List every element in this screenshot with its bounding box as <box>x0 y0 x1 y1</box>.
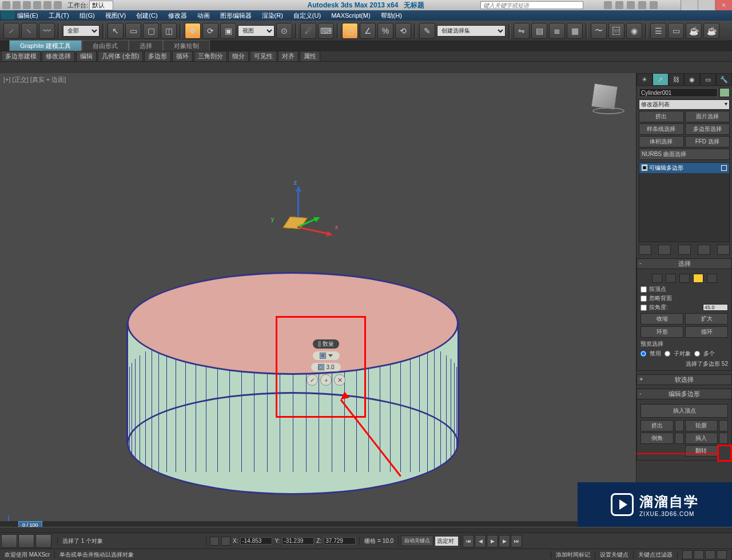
qat-redo-icon[interactable] <box>43 1 51 9</box>
tab-modify-icon[interactable]: ↗ <box>653 73 669 86</box>
move-gizmo-icon[interactable]: ✥ <box>185 23 201 39</box>
material-editor-icon[interactable]: ◉ <box>626 23 642 39</box>
angle-snap-icon[interactable]: ∠ <box>360 23 376 39</box>
nav-zoom-icon[interactable] <box>694 550 704 559</box>
curve-editor-icon[interactable]: 〜 <box>591 23 607 39</box>
layer-manager-icon[interactable]: ≣ <box>549 23 565 39</box>
modbtn-splinesel[interactable]: 样条线选择 <box>639 123 684 135</box>
ignore-backface-check[interactable]: 忽略背面 <box>640 294 728 302</box>
nav-orbit-icon[interactable] <box>705 550 715 559</box>
tab-display-icon[interactable]: ▭ <box>700 73 716 86</box>
tab-motion-icon[interactable]: ◉ <box>684 73 700 86</box>
signin-icon[interactable] <box>615 1 623 9</box>
preview-multi-radio[interactable] <box>694 351 700 357</box>
ribbon-align[interactable]: 对齐 <box>278 51 299 62</box>
prev-frame-icon[interactable]: ◀ <box>475 535 486 547</box>
pivot-center-icon[interactable]: ⊙ <box>276 23 292 39</box>
play-icon[interactable]: ▶ <box>487 535 498 547</box>
qat-open-icon[interactable] <box>13 1 21 9</box>
ribbon-visibility[interactable]: 可见性 <box>250 51 277 62</box>
ribbon-loops[interactable]: 循环 <box>172 51 193 62</box>
ribbon-props[interactable]: 属性 <box>300 51 320 62</box>
shrink-button[interactable]: 收缩 <box>640 313 683 325</box>
show-end-icon[interactable] <box>658 245 671 255</box>
inset-button[interactable]: 插入 <box>685 433 718 444</box>
rendered-frame-icon[interactable]: ▭ <box>668 23 684 39</box>
named-selection-sets[interactable]: 创建选择集 <box>437 25 506 37</box>
ribbon-tab-freeform[interactable]: 自由形式 <box>82 40 129 51</box>
ribbon-polys[interactable]: 多边形 <box>144 51 171 62</box>
select-region-icon[interactable]: ▢ <box>143 23 159 39</box>
menu-view[interactable]: 视图(V) <box>105 11 126 20</box>
menu-edit[interactable]: 编辑(E) <box>17 11 38 20</box>
ribbon-tab-graphite[interactable]: Graphite 建模工具 <box>9 40 82 51</box>
object-name-input[interactable] <box>639 88 718 97</box>
bevel-button[interactable]: 倒角 <box>640 433 674 444</box>
insert-vertex-button[interactable]: 插入顶点 <box>640 404 728 418</box>
rollout-selection-header[interactable]: -选择 <box>636 258 732 269</box>
maximize-button[interactable]: ▭ <box>698 0 715 10</box>
remove-mod-icon[interactable] <box>698 245 710 255</box>
modbtn-polysel[interactable]: 多边形选择 <box>685 123 730 135</box>
unlink-icon[interactable]: ⟍ <box>21 23 37 39</box>
ring-button[interactable]: 环形 <box>640 326 683 338</box>
exchange-icon[interactable] <box>627 1 635 9</box>
workspace-dropdown[interactable]: 默认 <box>89 1 113 10</box>
schematic-view-icon[interactable]: ⿳ <box>608 23 624 39</box>
menu-help[interactable]: 帮助(H) <box>381 11 402 20</box>
qat-save-icon[interactable] <box>23 1 31 9</box>
subobj-polygon-icon[interactable] <box>693 274 703 283</box>
modbtn-extrude[interactable]: 挤出 <box>639 111 684 122</box>
grow-button[interactable]: 扩大 <box>685 313 728 325</box>
flip-button[interactable]: 翻转 <box>685 445 718 457</box>
ref-coord-system[interactable]: 视图 <box>238 25 274 37</box>
menu-maxscript[interactable]: MAXScript(M) <box>331 12 370 19</box>
modbtn-patchsel[interactable]: 面片选择 <box>685 111 730 122</box>
setkey-segment[interactable]: 设置关键点 <box>595 551 634 559</box>
subobj-border-icon[interactable] <box>679 274 690 283</box>
menu-animation[interactable]: 动画 <box>197 11 210 20</box>
window-crossing-icon[interactable]: ◫ <box>161 23 177 39</box>
menu-grapheditor[interactable]: 图形编辑器 <box>220 11 252 20</box>
keyfilters-segment[interactable]: 关键点过滤器 <box>634 551 678 559</box>
application-menu-button[interactable] <box>1 10 15 19</box>
edit-named-sel-icon[interactable]: ✎ <box>419 23 435 39</box>
menu-tools[interactable]: 工具(T) <box>49 11 69 20</box>
align-icon[interactable]: ▤ <box>531 23 547 39</box>
bind-space-icon[interactable]: 〰 <box>39 23 55 39</box>
close-button[interactable]: ✕ <box>715 0 732 10</box>
inset-settings-icon[interactable] <box>719 433 728 444</box>
tab-utilities-icon[interactable]: 🔧 <box>716 73 732 86</box>
ribbon-subdiv[interactable]: 细分 <box>228 51 249 62</box>
select-link-icon[interactable]: ⟋ <box>3 23 19 39</box>
subobj-vertex-icon[interactable] <box>652 274 662 283</box>
keyboard-shortcut-icon[interactable]: ⌨ <box>318 23 334 39</box>
qat-new-icon[interactable] <box>2 1 10 9</box>
render-prod-icon[interactable]: ☕ <box>686 23 702 39</box>
preview-subobj-radio[interactable] <box>665 351 670 357</box>
transform-gizmo[interactable]: z y x <box>280 210 349 273</box>
menu-modifier[interactable]: 修改器 <box>168 11 187 20</box>
keyfilter-dropdown[interactable]: 选定对 <box>435 537 458 546</box>
bevel-settings-icon[interactable] <box>675 433 684 444</box>
by-vertex-check[interactable]: 按顶点 <box>640 285 728 293</box>
ribbon-mod-select[interactable]: 修改选择 <box>42 51 75 62</box>
render-setup-icon[interactable]: ☰ <box>650 23 666 39</box>
addtime-segment[interactable]: 添加时间标记 <box>551 551 595 559</box>
pin-stack-icon[interactable] <box>639 245 651 255</box>
nav-maximize-icon[interactable] <box>717 550 727 559</box>
infocenter-icon[interactable] <box>604 1 612 9</box>
menu-create[interactable]: 创建(C) <box>136 11 157 20</box>
ribbon-tab-selection[interactable]: 选择 <box>129 40 163 51</box>
auto-key-button[interactable]: 自动关键点 <box>401 535 433 546</box>
make-unique-icon[interactable] <box>678 245 691 255</box>
object-color-swatch[interactable] <box>719 88 730 97</box>
modbtn-nurbs[interactable]: NURBS 曲面选择 <box>639 149 730 160</box>
scale-gizmo-icon[interactable]: ▣ <box>220 23 236 39</box>
coord-x[interactable] <box>240 537 272 545</box>
preview-disable-radio[interactable] <box>640 351 646 357</box>
ribbon-edit[interactable]: 编辑 <box>76 51 97 62</box>
extrude-settings-icon[interactable] <box>675 420 684 431</box>
help-icon[interactable] <box>650 1 658 9</box>
snap-toggle-icon[interactable]: ◳ <box>342 23 358 39</box>
